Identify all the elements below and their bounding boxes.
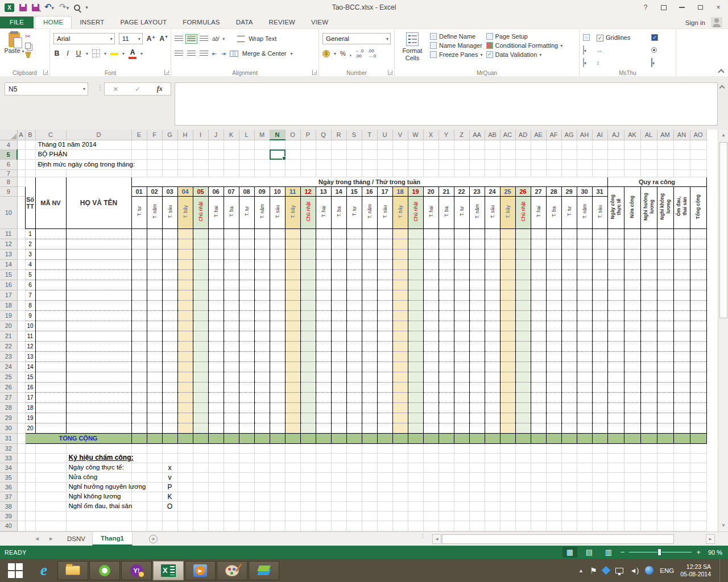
cell[interactable] bbox=[607, 463, 624, 472]
attendance-cell[interactable] bbox=[300, 239, 316, 249]
ribbon-tab-page-layout[interactable]: PAGE LAYOUT bbox=[113, 16, 175, 28]
attendance-cell[interactable] bbox=[346, 423, 362, 433]
cell[interactable] bbox=[17, 443, 25, 453]
cell[interactable] bbox=[254, 463, 270, 472]
cell[interactable] bbox=[546, 472, 561, 482]
attendance-cell[interactable] bbox=[193, 372, 208, 382]
cell[interactable] bbox=[577, 463, 592, 472]
attendance-cell[interactable] bbox=[131, 413, 147, 423]
attendance-cell[interactable] bbox=[239, 300, 254, 310]
attendance-cell[interactable] bbox=[285, 280, 300, 290]
attendance-cell[interactable] bbox=[131, 280, 147, 290]
day-number-17[interactable]: 17 bbox=[377, 186, 392, 196]
merge-center-arrow[interactable]: ▾ bbox=[290, 51, 292, 56]
summary-cell[interactable] bbox=[673, 259, 690, 269]
cell[interactable] bbox=[147, 443, 162, 453]
attendance-cell[interactable] bbox=[177, 239, 193, 249]
attendance-cell[interactable] bbox=[162, 228, 177, 239]
cell[interactable] bbox=[193, 511, 208, 521]
attendance-cell[interactable] bbox=[515, 423, 531, 433]
summary-cell[interactable] bbox=[624, 413, 640, 423]
attendance-cell[interactable] bbox=[485, 372, 500, 382]
cell[interactable] bbox=[300, 159, 316, 169]
summary-cell[interactable] bbox=[607, 341, 624, 351]
attendance-cell[interactable] bbox=[423, 228, 439, 239]
cell[interactable] bbox=[177, 149, 193, 159]
summary-cell[interactable] bbox=[673, 249, 690, 259]
cell[interactable] bbox=[592, 463, 607, 472]
cell[interactable] bbox=[546, 159, 561, 169]
attendance-cell[interactable] bbox=[224, 269, 239, 280]
summary-cell[interactable] bbox=[624, 239, 640, 249]
sign-in-link[interactable]: Sign in bbox=[685, 19, 705, 26]
cell[interactable] bbox=[577, 149, 592, 159]
weekday-01[interactable]: T. tư bbox=[131, 196, 147, 228]
summary-cell[interactable] bbox=[690, 300, 706, 310]
attendance-cell[interactable] bbox=[423, 300, 439, 310]
attendance-cell[interactable] bbox=[362, 392, 377, 402]
cell[interactable] bbox=[690, 463, 706, 472]
orientation-arrow[interactable]: ▾ bbox=[222, 36, 225, 41]
attendance-cell[interactable] bbox=[270, 351, 285, 361]
attendance-cell[interactable] bbox=[500, 300, 515, 310]
attendance-cell[interactable] bbox=[147, 280, 162, 290]
cell[interactable] bbox=[300, 511, 316, 521]
attendance-cell[interactable] bbox=[377, 341, 392, 351]
cell[interactable] bbox=[469, 443, 485, 453]
cell[interactable] bbox=[392, 443, 408, 453]
weekday-30[interactable]: T. năm bbox=[577, 196, 592, 228]
cell[interactable] bbox=[469, 511, 485, 521]
attendance-cell[interactable] bbox=[546, 321, 561, 331]
cell[interactable] bbox=[485, 443, 500, 453]
attendance-cell[interactable] bbox=[577, 361, 592, 372]
cell[interactable] bbox=[17, 149, 25, 159]
cell[interactable] bbox=[131, 511, 147, 521]
attendance-cell[interactable] bbox=[454, 290, 469, 300]
insert-cells-button[interactable]: ▾ bbox=[583, 46, 597, 54]
cell[interactable] bbox=[423, 472, 439, 482]
cell[interactable] bbox=[35, 521, 66, 531]
attendance-cell[interactable] bbox=[469, 228, 485, 239]
attendance-cell[interactable] bbox=[254, 361, 270, 372]
attendance-cell[interactable] bbox=[408, 361, 423, 372]
cell[interactable] bbox=[408, 149, 423, 159]
attendance-cell[interactable] bbox=[592, 351, 607, 361]
attendance-cell[interactable] bbox=[254, 280, 270, 290]
cell[interactable] bbox=[131, 443, 147, 453]
attendance-cell[interactable] bbox=[454, 249, 469, 259]
cell[interactable] bbox=[657, 443, 673, 453]
attendance-cell[interactable] bbox=[285, 413, 300, 423]
attendance-cell[interactable] bbox=[561, 402, 577, 413]
summary-cell[interactable] bbox=[673, 402, 690, 413]
cell[interactable] bbox=[362, 453, 377, 463]
summary-cell[interactable] bbox=[624, 423, 640, 433]
summary-cell[interactable] bbox=[640, 249, 657, 259]
column-header-AO[interactable]: AO bbox=[690, 130, 706, 140]
attendance-cell[interactable] bbox=[423, 341, 439, 351]
cell[interactable] bbox=[346, 511, 362, 521]
attendance-cell[interactable] bbox=[392, 392, 408, 402]
attendance-cell[interactable] bbox=[592, 280, 607, 290]
cell[interactable] bbox=[377, 443, 392, 453]
cell[interactable] bbox=[254, 511, 270, 521]
attendance-cell[interactable] bbox=[193, 331, 208, 341]
cell[interactable] bbox=[624, 521, 640, 531]
attendance-cell[interactable] bbox=[423, 382, 439, 392]
stt-cell[interactable]: 17 bbox=[25, 392, 35, 402]
cell[interactable] bbox=[377, 463, 392, 472]
cell[interactable] bbox=[147, 149, 162, 159]
cell[interactable] bbox=[377, 492, 392, 501]
attendance-cell[interactable] bbox=[439, 331, 454, 341]
cell[interactable] bbox=[147, 501, 162, 511]
cell[interactable] bbox=[592, 453, 607, 463]
day-number-04[interactable]: 04 bbox=[177, 186, 193, 196]
stt-cell[interactable]: 6 bbox=[25, 280, 35, 290]
attendance-cell[interactable] bbox=[300, 341, 316, 351]
cell[interactable] bbox=[254, 169, 270, 177]
paint-button[interactable] bbox=[217, 561, 247, 580]
attendance-cell[interactable] bbox=[561, 228, 577, 239]
cell[interactable] bbox=[454, 501, 469, 511]
summary-cell[interactable] bbox=[624, 341, 640, 351]
row-header-9[interactable]: 9 bbox=[0, 186, 17, 196]
attendance-cell[interactable] bbox=[285, 361, 300, 372]
